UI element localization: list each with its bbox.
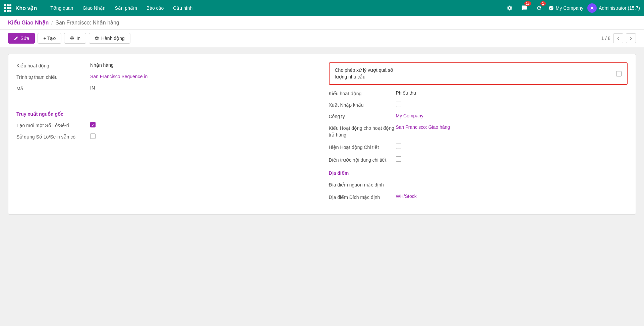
kieu-hoat-dong-cho-row: Kiểu Hoạt động cho hoạt động trả hàng Sa… xyxy=(329,124,628,138)
tao-moi-row: Tạo mới một Số Lô/Sê-ri ✓ xyxy=(16,122,309,128)
settings-icon-btn[interactable] xyxy=(504,3,515,13)
print-button[interactable]: In xyxy=(64,33,86,44)
chat-icon-btn[interactable]: 15 xyxy=(519,3,530,13)
dia-diem-dich-row: Địa điểm Đích mặc định WH/Stock xyxy=(329,194,628,201)
nav-right: 15 1 My Company A Administrator (15.7) xyxy=(504,3,640,13)
breadcrumb-parent[interactable]: Kiểu Giao Nhận xyxy=(8,19,49,26)
su-dung-checkbox[interactable] xyxy=(90,133,96,139)
trinh-tu-label: Trình tự tham chiếu xyxy=(16,74,90,80)
form-left: Kiểu hoạt động Nhận hàng Trình tự tham c… xyxy=(16,62,322,206)
ma-label: Mã xyxy=(16,85,90,91)
grid-icon xyxy=(4,4,11,12)
chat-badge: 15 xyxy=(524,1,531,6)
user-avatar: A xyxy=(587,3,597,13)
menu-cau-hinh[interactable]: Cấu hình xyxy=(169,3,196,13)
kieu-hoat-dong-label: Kiểu hoạt động xyxy=(16,62,90,68)
cho-phep-label: Cho phép xử lý vượt quá số lượng nhu cầu xyxy=(335,67,395,80)
su-dung-label: Sử dụng Số Lô/Sê-ri sẵn có xyxy=(16,133,90,140)
main-menu: Tổng quan Giao Nhận Sản phẩm Báo cáo Cấu… xyxy=(46,3,503,13)
dia-diem-nguon-label: Địa điểm nguồn mặc định xyxy=(329,181,396,188)
hien-hoat-dong-label: Hiện Hoạt động Chi tiết xyxy=(329,144,396,151)
cong-ty-row: Công ty My Company xyxy=(329,113,628,119)
app-title: Kho vận xyxy=(15,5,37,11)
company-name: My Company xyxy=(556,5,583,11)
kieu-hoat-dong-value: Nhận hàng xyxy=(90,62,114,68)
trinh-tu-value[interactable]: San Francisco Sequence in xyxy=(90,74,148,79)
dien-truoc-checkbox[interactable] xyxy=(396,156,401,162)
xuat-nhap-khau-label: Xuất Nhập khẩu xyxy=(329,102,396,108)
prev-button[interactable]: ‹ xyxy=(613,33,623,43)
breadcrumb-current: San Francisco: Nhận hàng xyxy=(55,19,119,26)
right-kieu-hoat-dong-row: Kiểu hoạt động Phiếu thu xyxy=(329,90,628,96)
hien-hoat-dong-row: Hiện Hoạt động Chi tiết xyxy=(329,144,628,151)
next-button[interactable]: › xyxy=(626,33,636,43)
form-card: Kiểu hoạt động Nhận hàng Trình tự tham c… xyxy=(8,54,636,215)
main-content: Kiểu hoạt động Nhận hàng Trình tự tham c… xyxy=(0,47,644,221)
right-kieu-hoat-dong-label: Kiểu hoạt động xyxy=(329,90,396,96)
pagination: 1 / 8 ‹ › xyxy=(601,33,636,43)
menu-san-pham[interactable]: Sản phẩm xyxy=(111,3,141,13)
dia-diem-dich-label: Địa điểm Đích mặc định xyxy=(329,194,396,201)
breadcrumb-bar: Kiểu Giao Nhận / San Francisco: Nhận hàn… xyxy=(0,16,644,30)
action-button[interactable]: Hành động xyxy=(89,33,130,44)
tao-moi-checkbox[interactable]: ✓ xyxy=(90,122,96,127)
trinh-tu-row: Trình tự tham chiếu San Francisco Sequen… xyxy=(16,74,309,80)
hien-hoat-dong-checkbox[interactable] xyxy=(396,144,401,149)
section-truy-xuat: Truy xuất nguồn gốc Tạo mới một Số Lô/Sê… xyxy=(16,111,309,140)
kieu-hoat-dong-cho-label: Kiểu Hoạt động cho hoạt động trả hàng xyxy=(329,124,396,138)
dia-diem-nguon-row: Địa điểm nguồn mặc định xyxy=(329,181,628,188)
company-selector[interactable]: My Company xyxy=(548,5,583,11)
menu-bao-cao[interactable]: Báo cáo xyxy=(142,3,168,13)
tao-moi-label: Tạo mới một Số Lô/Sê-ri xyxy=(16,122,90,128)
xuat-nhap-khau-row: Xuất Nhập khẩu xyxy=(329,102,628,108)
xuat-nhap-khau-checkbox[interactable] xyxy=(396,102,401,107)
truy-xuat-header: Truy xuất nguồn gốc xyxy=(16,111,309,117)
messages-badge: 1 xyxy=(540,1,546,6)
section-dia-diem: Địa điểm Địa điểm nguồn mặc định Địa điể… xyxy=(329,170,628,201)
breadcrumb-separator: / xyxy=(51,20,53,25)
dia-diem-dich-value[interactable]: WH/Stock xyxy=(396,194,417,199)
right-kieu-hoat-dong-value: Phiếu thu xyxy=(396,90,416,96)
top-navigation: Kho vận Tổng quan Giao Nhận Sản phẩm Báo… xyxy=(0,0,644,16)
dien-truoc-row: Điền trước nội dung chi tiết xyxy=(329,156,628,164)
ma-value: IN xyxy=(90,85,95,91)
ma-row: Mã IN xyxy=(16,85,309,91)
toolbar: Sửa + Tạo In Hành động 1 / 8 ‹ › xyxy=(0,30,644,47)
cong-ty-label: Công ty xyxy=(329,113,396,119)
kieu-hoat-dong-cho-value[interactable]: San Francisco: Giao hàng xyxy=(396,124,450,130)
edit-button[interactable]: Sửa xyxy=(8,33,35,44)
create-button[interactable]: + Tạo xyxy=(38,33,61,44)
menu-tong-quan[interactable]: Tổng quan xyxy=(46,3,77,13)
dia-diem-header: Địa điểm xyxy=(329,170,628,176)
menu-giao-nhan[interactable]: Giao Nhận xyxy=(78,3,109,13)
clock-icon-btn[interactable]: 1 xyxy=(534,3,544,13)
cho-phep-box: Cho phép xử lý vượt quá số lượng nhu cầu xyxy=(329,62,628,85)
app-logo[interactable]: Kho vận xyxy=(4,4,42,12)
cho-phep-checkbox[interactable] xyxy=(616,71,622,76)
kieu-hoat-dong-row: Kiểu hoạt động Nhận hàng xyxy=(16,62,309,68)
user-menu[interactable]: A Administrator (15.7) xyxy=(587,3,640,13)
su-dung-row: Sử dụng Số Lô/Sê-ri sẵn có xyxy=(16,133,309,140)
pagination-info: 1 / 8 xyxy=(601,36,610,41)
form-right: Cho phép xử lý vượt quá số lượng nhu cầu… xyxy=(322,62,628,206)
user-name: Administrator (15.7) xyxy=(599,5,640,11)
cong-ty-value[interactable]: My Company xyxy=(396,113,423,118)
dien-truoc-label: Điền trước nội dung chi tiết xyxy=(329,156,396,164)
